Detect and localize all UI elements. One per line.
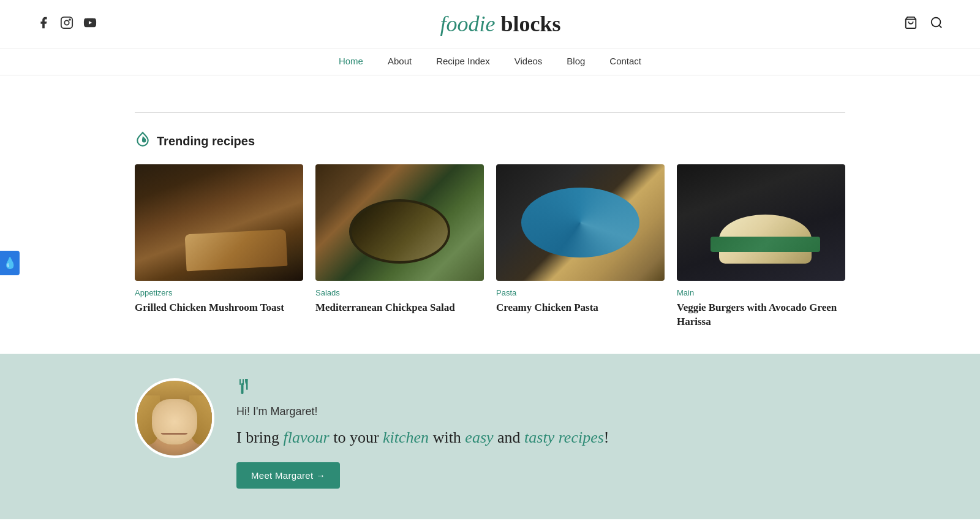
recipe-image-4: [677, 164, 845, 281]
tagline-kitchen: kitchen: [383, 429, 429, 446]
youtube-icon[interactable]: [83, 16, 97, 32]
nav-videos[interactable]: Videos: [514, 56, 543, 66]
bio-content: Hi! I'm Margaret! I bring flavour to you…: [236, 378, 845, 489]
instagram-icon[interactable]: [60, 16, 74, 32]
recipe-category-4: Main: [677, 288, 845, 297]
social-links: [37, 16, 97, 32]
nav-recipe-index[interactable]: Recipe Index: [436, 56, 490, 66]
tagline-easy: easy: [465, 429, 493, 446]
nav-blog[interactable]: Blog: [567, 56, 585, 66]
site-header: foodie blocks: [0, 0, 980, 48]
bio-tagline: I bring flavour to your kitchen with eas…: [236, 427, 845, 449]
top-divider: [135, 112, 845, 113]
fork-icon: [236, 378, 845, 399]
main-nav: Home About Recipe Index Videos Blog Cont…: [0, 48, 980, 75]
author-avatar: [135, 378, 214, 458]
recipe-card-4[interactable]: Main Veggie Burgers with Avocado Green H…: [677, 164, 845, 329]
main-content: Trending recipes Appetizers Grilled Chic…: [0, 75, 980, 354]
trending-header: Trending recipes: [135, 131, 845, 151]
svg-point-5: [932, 17, 941, 26]
svg-rect-0: [61, 17, 72, 28]
recipe-name-2: Mediterranean Chickpea Salad: [315, 301, 484, 315]
logo-foodie: foodie: [440, 12, 495, 36]
trending-icon: [135, 131, 151, 151]
logo-blocks: blocks: [500, 12, 560, 36]
svg-rect-7: [239, 379, 241, 385]
header-actions: [904, 16, 943, 32]
recipe-image-1: [135, 164, 303, 281]
nav-about[interactable]: About: [388, 56, 412, 66]
recipe-grid: Appetizers Grilled Chicken Mushroom Toas…: [135, 164, 845, 329]
facebook-icon[interactable]: [37, 16, 50, 32]
recipe-card-2[interactable]: Salads Mediterranean Chickpea Salad: [315, 164, 484, 329]
recipe-category-1: Appetizers: [135, 288, 303, 297]
bio-greeting: Hi! I'm Margaret!: [236, 405, 845, 418]
search-icon[interactable]: [930, 16, 943, 32]
recipe-image-3: [496, 164, 665, 281]
svg-line-6: [939, 25, 941, 28]
trending-title: Trending recipes: [157, 134, 255, 148]
tagline-tasty: tasty recipes: [524, 429, 604, 446]
nav-contact[interactable]: Contact: [609, 56, 641, 66]
recipe-card-1[interactable]: Appetizers Grilled Chicken Mushroom Toas…: [135, 164, 303, 329]
recipe-name-4: Veggie Burgers with Avocado Green Hariss…: [677, 301, 845, 329]
nav-home[interactable]: Home: [339, 56, 363, 66]
site-logo[interactable]: foodie blocks: [440, 11, 560, 37]
recipe-name-3: Creamy Chicken Pasta: [496, 301, 665, 315]
tagline-flavour: flavour: [284, 429, 330, 446]
recipe-card-3[interactable]: Pasta Creamy Chicken Pasta: [496, 164, 665, 329]
sidebar-icon: 💧: [3, 256, 17, 270]
recipe-image-2: [315, 164, 484, 281]
meet-margaret-button[interactable]: Meet Margaret →: [236, 462, 340, 489]
recipe-category-3: Pasta: [496, 288, 665, 297]
svg-point-1: [64, 20, 69, 25]
svg-point-2: [69, 19, 70, 20]
sidebar-button[interactable]: 💧: [0, 251, 20, 275]
cart-icon[interactable]: [904, 16, 918, 32]
svg-rect-9: [241, 383, 244, 394]
recipe-name-1: Grilled Chicken Mushroom Toast: [135, 301, 303, 315]
recipe-category-2: Salads: [315, 288, 484, 297]
bio-section: Hi! I'm Margaret! I bring flavour to you…: [0, 354, 980, 519]
